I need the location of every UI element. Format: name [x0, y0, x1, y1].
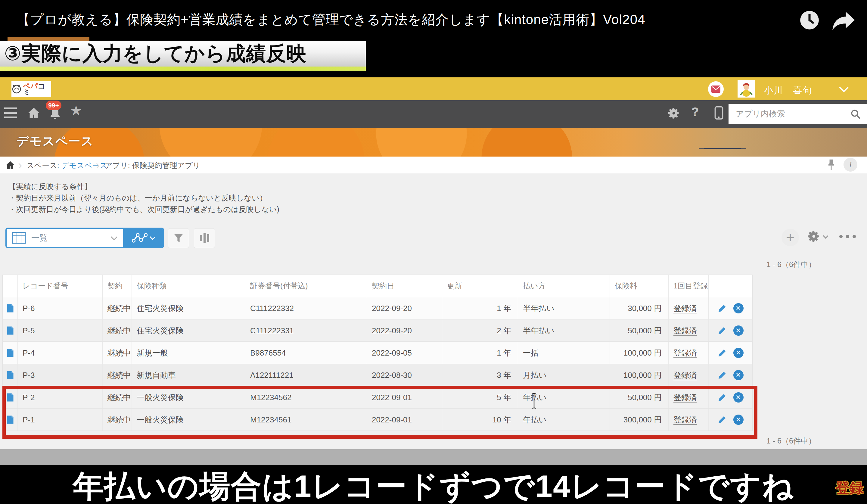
mobile-view-icon[interactable] [714, 106, 724, 121]
edit-pencil-icon[interactable] [718, 393, 727, 402]
app-settings-button[interactable] [807, 229, 827, 243]
company-logo[interactable]: ペパコミ [11, 81, 51, 97]
edit-pencil-icon[interactable] [718, 326, 727, 335]
table-header-row: レコード番号 契約 保険種類 証券番号(付帯込) 契約日 更新 払い方 保険料 … [3, 275, 752, 297]
breadcrumb-home-icon[interactable] [5, 160, 16, 171]
chevron-down-icon [111, 234, 118, 240]
notes-line: ・契約日が来月以前（翌々月のものは、一か月前にならないと反映しない） [8, 192, 279, 204]
pagination-bottom: 1 - 6（6件中） [767, 436, 816, 446]
graph-icon [131, 232, 149, 244]
edit-pencil-icon[interactable] [718, 348, 727, 357]
record-doc-icon[interactable] [7, 348, 14, 357]
record-doc-icon[interactable] [7, 371, 14, 380]
more-options-button[interactable] [839, 235, 856, 238]
user-menu-chevron-icon[interactable] [841, 86, 847, 91]
delete-icon[interactable]: ✕ [734, 415, 743, 425]
col-header[interactable]: 証券番号(付帯込) [245, 275, 367, 297]
edit-pencil-icon[interactable] [718, 304, 727, 313]
col-header[interactable]: 保険料 [610, 275, 668, 297]
mail-icon[interactable] [708, 81, 724, 97]
app-notes: 【実績に反映する条件】 ・契約日が来月以前（翌々月のものは、一か月前にならないと… [8, 181, 279, 215]
table-row: P-6 継続中 住宅火災保険 C111222332 2022-09-20 1 年… [3, 297, 752, 319]
ellipsis-icon [839, 235, 843, 238]
chart-button[interactable] [194, 228, 215, 248]
chevron-down-icon [823, 233, 828, 238]
delete-icon[interactable]: ✕ [734, 370, 743, 380]
breadcrumb-separator: › [96, 158, 100, 172]
table-view-icon [12, 232, 26, 244]
record-no[interactable]: P-3 [18, 364, 103, 386]
record-doc-icon[interactable] [7, 393, 14, 402]
graph-button[interactable] [123, 229, 163, 247]
admin-gear-icon[interactable] [667, 107, 681, 121]
table-row: P-3 継続中 新規自動車 A122111221 2022-08-30 3 年 … [3, 364, 752, 386]
breadcrumb-separator: › [18, 158, 22, 172]
notes-line: 【実績に反映する条件】 [8, 181, 279, 192]
help-icon[interactable]: ? [691, 105, 699, 119]
watch-later-icon[interactable] [798, 9, 821, 33]
section-badge-text: ③実際に入力をしてから成績反映 [0, 40, 307, 67]
delete-icon[interactable]: ✕ [734, 348, 743, 358]
pin-icon[interactable] [827, 159, 835, 172]
record-doc-icon[interactable] [7, 304, 14, 313]
info-icon[interactable]: i [844, 158, 857, 172]
app-search-box [729, 104, 867, 124]
delete-icon[interactable]: ✕ [734, 325, 743, 336]
notification-count-badge: 99+ [46, 100, 61, 110]
view-name: 一覧 [31, 233, 47, 243]
hamburger-menu-icon[interactable] [4, 107, 17, 121]
record-doc-icon[interactable] [7, 415, 14, 424]
text-cursor [529, 392, 539, 411]
share-icon[interactable] [830, 10, 857, 33]
record-doc-icon[interactable] [7, 326, 14, 335]
filter-button[interactable] [168, 228, 189, 248]
table-row-highlighted: P-2 継続中 一般火災保険 M12234562 2022-09-01 5 年 … [3, 386, 752, 408]
table-row: P-4 継続中 新規一般 B9876554 2022-09-05 1 年 一括 … [3, 341, 752, 364]
section-badge: ③実際に入力をしてから成績反映 [0, 37, 366, 72]
pagination-top: 1 - 6（6件中） [767, 259, 816, 269]
logo-text: ペパコミ [23, 83, 51, 95]
view-selector[interactable]: 一覧 [6, 228, 164, 248]
logo-scribble-icon [11, 83, 22, 95]
notes-line: ・次回更新日が今日より後(契約中でも、次回更新日が過ぎたものは反映しない) [8, 204, 279, 215]
video-caption: 年払いの場合は1レコードずつで14レコードですね [0, 466, 867, 504]
space-title: デモスペース [17, 133, 94, 149]
breadcrumb-space-link[interactable]: デモスペース [61, 161, 107, 170]
space-cover-image [0, 128, 867, 157]
filter-funnel-icon [173, 233, 184, 244]
delete-icon[interactable]: ✕ [734, 392, 743, 403]
add-record-button[interactable]: + [782, 229, 799, 246]
edit-pencil-icon[interactable] [718, 371, 727, 380]
avatar[interactable] [738, 80, 755, 98]
record-no[interactable]: P-1 [18, 409, 103, 430]
subscribe-stamp: 登録 [836, 479, 864, 497]
video-title: 【プロが教える】保険契約+営業成績をまとめて管理できる方法を紹介します【kint… [17, 11, 645, 29]
breadcrumb-space: スペース: デモスペース [26, 160, 107, 170]
bar-chart-icon [200, 235, 202, 241]
delete-icon[interactable]: ✕ [734, 303, 743, 313]
col-header[interactable]: 1回目登録 [668, 275, 709, 297]
col-header[interactable]: レコード番号 [18, 275, 103, 297]
col-header[interactable]: 更新 [442, 275, 518, 297]
col-header[interactable]: 契約 [103, 275, 132, 297]
records-table: レコード番号 契約 保険種類 証券番号(付帯込) 契約日 更新 払い方 保険料 … [2, 275, 753, 431]
record-no[interactable]: P-5 [18, 320, 103, 341]
chevron-down-icon [150, 234, 156, 240]
favorites-star-icon[interactable]: ★ [70, 104, 82, 117]
record-no[interactable]: P-4 [18, 342, 103, 364]
home-icon[interactable] [26, 106, 41, 121]
edit-pencil-icon[interactable] [718, 415, 727, 424]
table-row-highlighted: P-1 継続中 一般火災保険 M12234561 2022-09-01 10 年… [3, 408, 752, 430]
app-header [0, 77, 867, 100]
search-input[interactable] [729, 109, 848, 119]
col-header[interactable]: 保険種類 [132, 275, 245, 297]
search-icon[interactable] [848, 109, 867, 119]
col-header[interactable]: 払い方 [518, 275, 610, 297]
record-no[interactable]: P-2 [18, 386, 103, 408]
badge-green-strip [0, 66, 366, 71]
col-header[interactable]: 契約日 [367, 275, 442, 297]
record-no[interactable]: P-6 [18, 297, 103, 319]
page-bottom-strip [0, 449, 867, 465]
user-name[interactable]: 小川 喜句 [764, 84, 812, 97]
view-dropdown[interactable]: 一覧 [7, 229, 123, 247]
